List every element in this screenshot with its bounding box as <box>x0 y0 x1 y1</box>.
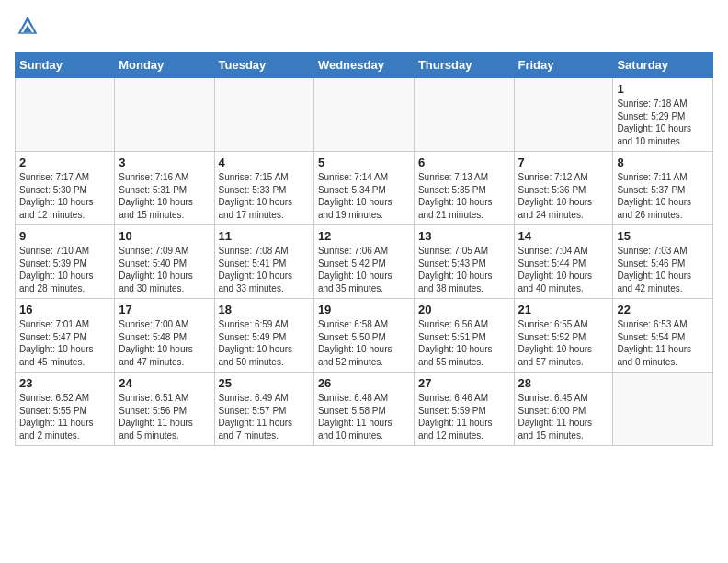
calendar-cell <box>214 78 313 152</box>
day-number: 3 <box>119 155 210 169</box>
day-info: Sunrise: 7:03 AM Sunset: 5:46 PM Dayligh… <box>617 245 709 294</box>
day-number: 24 <box>119 376 210 390</box>
calendar-cell: 27Sunrise: 6:46 AM Sunset: 5:59 PM Dayli… <box>414 373 514 446</box>
day-info: Sunrise: 6:45 AM Sunset: 6:00 PM Dayligh… <box>518 392 609 442</box>
day-info: Sunrise: 7:12 AM Sunset: 5:36 PM Dayligh… <box>518 171 609 221</box>
day-info: Sunrise: 6:58 AM Sunset: 5:50 PM Dayligh… <box>318 318 410 368</box>
day-number: 8 <box>617 155 709 169</box>
calendar-cell: 4Sunrise: 7:15 AM Sunset: 5:33 PM Daylig… <box>214 152 313 225</box>
day-number: 21 <box>518 303 609 316</box>
day-number: 18 <box>219 303 310 316</box>
day-number: 13 <box>418 229 510 243</box>
calendar-week-1: 1Sunrise: 7:18 AM Sunset: 5:29 PM Daylig… <box>16 78 713 152</box>
calendar-cell: 18Sunrise: 6:59 AM Sunset: 5:49 PM Dayli… <box>214 299 313 373</box>
day-number: 4 <box>219 155 310 169</box>
day-info: Sunrise: 6:56 AM Sunset: 5:51 PM Dayligh… <box>418 318 510 368</box>
day-number: 19 <box>318 303 410 316</box>
day-number: 14 <box>518 229 609 243</box>
calendar-cell: 28Sunrise: 6:45 AM Sunset: 6:00 PM Dayli… <box>514 373 613 446</box>
day-info: Sunrise: 7:18 AM Sunset: 5:29 PM Dayligh… <box>617 98 709 147</box>
day-number: 28 <box>518 376 609 390</box>
day-number: 16 <box>19 303 110 316</box>
day-number: 2 <box>19 155 110 169</box>
day-info: Sunrise: 7:09 AM Sunset: 5:40 PM Dayligh… <box>119 245 210 294</box>
calendar-cell: 20Sunrise: 6:56 AM Sunset: 5:51 PM Dayli… <box>414 299 514 373</box>
calendar-cell: 14Sunrise: 7:04 AM Sunset: 5:44 PM Dayli… <box>514 225 613 299</box>
page-header <box>15 15 713 40</box>
day-number: 10 <box>119 229 210 243</box>
calendar-cell: 3Sunrise: 7:16 AM Sunset: 5:31 PM Daylig… <box>115 152 214 225</box>
calendar-cell: 21Sunrise: 6:55 AM Sunset: 5:52 PM Dayli… <box>514 299 613 373</box>
day-info: Sunrise: 7:10 AM Sunset: 5:39 PM Dayligh… <box>19 245 110 294</box>
calendar-header-monday: Monday <box>115 52 214 78</box>
day-info: Sunrise: 6:59 AM Sunset: 5:49 PM Dayligh… <box>219 318 310 368</box>
calendar-cell <box>313 78 414 152</box>
day-info: Sunrise: 7:05 AM Sunset: 5:43 PM Dayligh… <box>418 245 510 294</box>
calendar-cell: 15Sunrise: 7:03 AM Sunset: 5:46 PM Dayli… <box>613 225 713 299</box>
calendar-header-thursday: Thursday <box>414 52 514 78</box>
day-info: Sunrise: 7:01 AM Sunset: 5:47 PM Dayligh… <box>19 318 110 368</box>
calendar-cell: 8Sunrise: 7:11 AM Sunset: 5:37 PM Daylig… <box>613 152 713 225</box>
day-info: Sunrise: 7:13 AM Sunset: 5:35 PM Dayligh… <box>418 171 510 221</box>
calendar-cell: 7Sunrise: 7:12 AM Sunset: 5:36 PM Daylig… <box>514 152 613 225</box>
calendar-cell: 16Sunrise: 7:01 AM Sunset: 5:47 PM Dayli… <box>16 299 115 373</box>
day-number: 27 <box>418 376 510 390</box>
day-info: Sunrise: 7:17 AM Sunset: 5:30 PM Dayligh… <box>19 171 110 221</box>
calendar-cell <box>115 78 214 152</box>
calendar-cell <box>16 78 115 152</box>
day-info: Sunrise: 7:14 AM Sunset: 5:34 PM Dayligh… <box>318 171 410 221</box>
calendar-header-tuesday: Tuesday <box>214 52 313 78</box>
day-number: 5 <box>318 155 410 169</box>
calendar-cell <box>514 78 613 152</box>
day-info: Sunrise: 7:08 AM Sunset: 5:41 PM Dayligh… <box>219 245 310 294</box>
calendar-cell: 24Sunrise: 6:51 AM Sunset: 5:56 PM Dayli… <box>115 373 214 446</box>
day-number: 26 <box>318 376 410 390</box>
calendar-week-4: 16Sunrise: 7:01 AM Sunset: 5:47 PM Dayli… <box>16 299 713 373</box>
day-info: Sunrise: 7:06 AM Sunset: 5:42 PM Dayligh… <box>318 245 410 294</box>
logo <box>15 15 39 40</box>
calendar-cell: 1Sunrise: 7:18 AM Sunset: 5:29 PM Daylig… <box>613 78 713 152</box>
day-info: Sunrise: 6:55 AM Sunset: 5:52 PM Dayligh… <box>518 318 609 368</box>
calendar-cell: 26Sunrise: 6:48 AM Sunset: 5:58 PM Dayli… <box>313 373 414 446</box>
calendar-cell: 5Sunrise: 7:14 AM Sunset: 5:34 PM Daylig… <box>313 152 414 225</box>
day-number: 15 <box>617 229 709 243</box>
day-number: 7 <box>518 155 609 169</box>
calendar-cell: 17Sunrise: 7:00 AM Sunset: 5:48 PM Dayli… <box>115 299 214 373</box>
day-number: 11 <box>219 229 310 243</box>
calendar-week-5: 23Sunrise: 6:52 AM Sunset: 5:55 PM Dayli… <box>16 373 713 446</box>
calendar-cell: 19Sunrise: 6:58 AM Sunset: 5:50 PM Dayli… <box>313 299 414 373</box>
day-info: Sunrise: 7:04 AM Sunset: 5:44 PM Dayligh… <box>518 245 609 294</box>
calendar-cell <box>613 373 713 446</box>
day-info: Sunrise: 6:48 AM Sunset: 5:58 PM Dayligh… <box>318 392 410 442</box>
calendar-cell: 23Sunrise: 6:52 AM Sunset: 5:55 PM Dayli… <box>16 373 115 446</box>
day-info: Sunrise: 6:52 AM Sunset: 5:55 PM Dayligh… <box>19 392 110 442</box>
day-number: 22 <box>617 303 709 316</box>
calendar-header-sunday: Sunday <box>16 52 115 78</box>
calendar-header-wednesday: Wednesday <box>313 52 414 78</box>
day-info: Sunrise: 7:16 AM Sunset: 5:31 PM Dayligh… <box>119 171 210 221</box>
day-info: Sunrise: 7:15 AM Sunset: 5:33 PM Dayligh… <box>219 171 310 221</box>
day-info: Sunrise: 6:51 AM Sunset: 5:56 PM Dayligh… <box>119 392 210 442</box>
calendar-cell: 10Sunrise: 7:09 AM Sunset: 5:40 PM Dayli… <box>115 225 214 299</box>
calendar-header-friday: Friday <box>514 52 613 78</box>
calendar-cell: 2Sunrise: 7:17 AM Sunset: 5:30 PM Daylig… <box>16 152 115 225</box>
day-number: 12 <box>318 229 410 243</box>
calendar-cell <box>414 78 514 152</box>
calendar-week-3: 9Sunrise: 7:10 AM Sunset: 5:39 PM Daylig… <box>16 225 713 299</box>
day-number: 9 <box>19 229 110 243</box>
day-number: 17 <box>119 303 210 316</box>
calendar-cell: 12Sunrise: 7:06 AM Sunset: 5:42 PM Dayli… <box>313 225 414 299</box>
calendar-cell: 6Sunrise: 7:13 AM Sunset: 5:35 PM Daylig… <box>414 152 514 225</box>
day-number: 6 <box>418 155 510 169</box>
day-info: Sunrise: 7:00 AM Sunset: 5:48 PM Dayligh… <box>119 318 210 368</box>
day-number: 23 <box>19 376 110 390</box>
day-info: Sunrise: 7:11 AM Sunset: 5:37 PM Dayligh… <box>617 171 709 221</box>
day-info: Sunrise: 6:46 AM Sunset: 5:59 PM Dayligh… <box>418 392 510 442</box>
calendar-cell: 25Sunrise: 6:49 AM Sunset: 5:57 PM Dayli… <box>214 373 313 446</box>
calendar-cell: 22Sunrise: 6:53 AM Sunset: 5:54 PM Dayli… <box>613 299 713 373</box>
calendar-header-row: SundayMondayTuesdayWednesdayThursdayFrid… <box>16 52 713 78</box>
day-info: Sunrise: 6:49 AM Sunset: 5:57 PM Dayligh… <box>219 392 310 442</box>
logo-image <box>15 15 39 40</box>
calendar-cell: 11Sunrise: 7:08 AM Sunset: 5:41 PM Dayli… <box>214 225 313 299</box>
calendar-cell: 9Sunrise: 7:10 AM Sunset: 5:39 PM Daylig… <box>16 225 115 299</box>
